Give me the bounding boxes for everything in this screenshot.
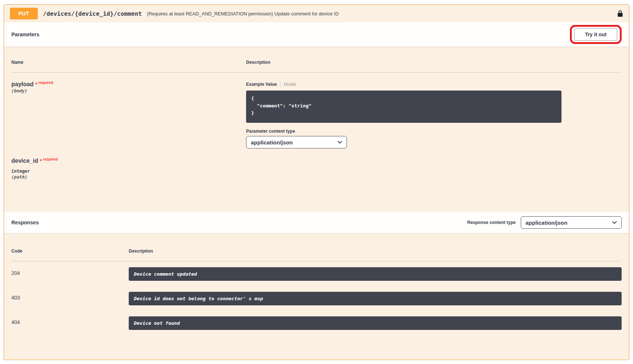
tab-example-value[interactable]: Example Value	[246, 82, 277, 87]
code-column-header: Code	[11, 249, 129, 254]
parameters-table: Name Description payload *required (body…	[4, 47, 629, 180]
try-it-out-button[interactable]: Try it out	[574, 28, 617, 41]
responses-table: Code Description 204 Device comment upda…	[4, 233, 629, 330]
response-description: Device comment updated	[129, 267, 622, 281]
endpoint-path: /devices/{device_id}/comment	[43, 10, 142, 17]
operation-block-put: PUT /devices/{device_id}/comment (Requir…	[4, 4, 629, 360]
response-description-column-header: Description	[129, 249, 153, 254]
response-row-404: 404 Device not found	[11, 316, 622, 330]
response-code: 403	[11, 292, 129, 301]
lock-icon	[617, 10, 623, 17]
response-description: Device not found	[129, 316, 622, 330]
parameter-row-payload: payload *required (body) Example Value M…	[11, 73, 622, 148]
responses-title: Responses	[11, 220, 39, 225]
auth-lock-button[interactable]	[617, 10, 623, 17]
example-value-code-block: { "comment": "string" }	[246, 91, 561, 123]
method-badge: PUT	[10, 8, 38, 19]
payload-parameter-name: payload *required	[11, 81, 246, 88]
response-content-type-group: Response content type application/json	[467, 216, 622, 229]
responses-table-header: Code Description	[11, 243, 622, 261]
chevron-down-icon	[612, 221, 617, 224]
device-id-parameter-location: (path)	[11, 174, 246, 180]
tab-divider	[280, 81, 281, 87]
response-code: 404	[11, 316, 129, 325]
payload-description-cell: Example Value Model { "comment": "string…	[246, 73, 622, 148]
parameters-title: Parameters	[11, 32, 39, 37]
description-column-header: Description	[246, 60, 270, 65]
device-id-parameter-name: device_id *required	[11, 157, 246, 164]
required-label: required	[43, 157, 58, 161]
chevron-down-icon	[337, 141, 342, 144]
try-it-out-highlight-annotation: Try it out	[570, 25, 622, 44]
model-example-tabs: Example Value Model	[246, 81, 622, 87]
tab-model[interactable]: Model	[284, 82, 296, 87]
parameter-content-type-label: Parameter content type	[246, 129, 622, 134]
responses-header: Responses Response content type applicat…	[4, 212, 629, 233]
operation-summary[interactable]: PUT /devices/{device_id}/comment (Requir…	[4, 5, 629, 22]
parameter-row-device-id: device_id *required integer (path)	[11, 157, 622, 180]
response-row-403: 403 Device id does not belong to connect…	[11, 292, 622, 305]
device-id-name-cell: device_id *required integer (path)	[11, 157, 246, 180]
required-label: required	[39, 81, 53, 85]
required-asterisk: *	[40, 158, 42, 164]
payload-name-cell: payload *required (body)	[11, 73, 246, 148]
response-description: Device id does not belong to connector' …	[129, 292, 622, 305]
response-code: 204	[11, 267, 129, 276]
response-row-204: 204 Device comment updated	[11, 267, 622, 281]
response-content-type-select[interactable]: application/json	[521, 216, 622, 229]
name-column-header: Name	[11, 60, 246, 65]
payload-parameter-location: (body)	[11, 88, 246, 93]
parameters-table-header: Name Description	[11, 55, 622, 73]
parameter-content-type-value: application/json	[251, 139, 293, 146]
parameter-content-type-select[interactable]: application/json	[246, 136, 347, 148]
parameters-header: Parameters Try it out	[4, 22, 629, 47]
required-asterisk: *	[35, 81, 37, 87]
endpoint-description: (Requires at least READ_AND_REMEDIATION …	[147, 11, 339, 16]
device-id-parameter-type: integer	[11, 169, 246, 174]
response-content-type-value: application/json	[526, 220, 567, 226]
device-id-description-cell	[246, 157, 622, 180]
response-content-type-label: Response content type	[467, 220, 516, 225]
